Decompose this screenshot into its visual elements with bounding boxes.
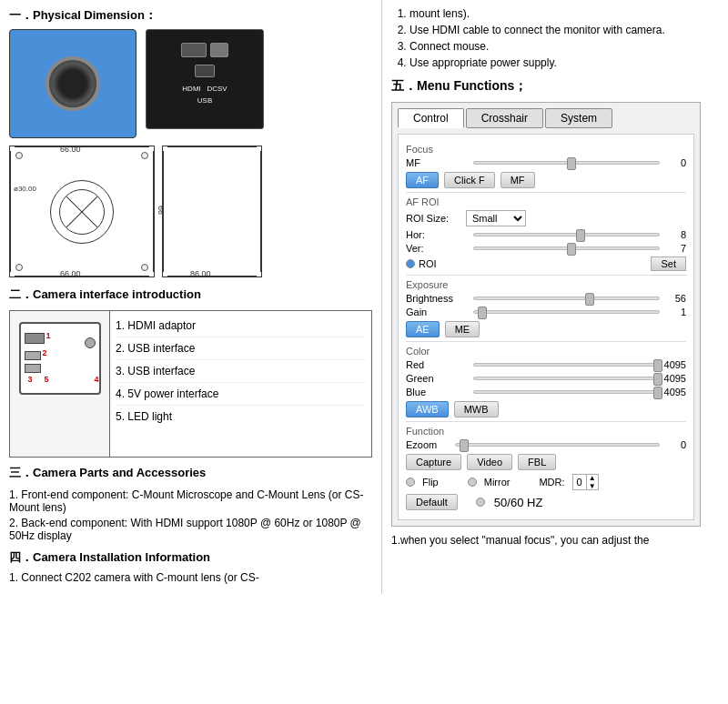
flip-radio[interactable] [406,478,415,487]
mf-slider-thumb[interactable] [567,157,576,170]
ver-slider-track[interactable] [473,246,660,250]
roi-size-label: ROI Size: [406,213,460,224]
camera-front-photo [9,29,136,138]
install-step-3: Connect mouse. [410,40,719,53]
label-2: 2 [43,348,47,357]
ver-label: Ver: [406,243,470,254]
function-group-label: Function [406,426,686,437]
mirror-radio[interactable] [468,478,477,487]
hor-label: Hor: [406,229,470,240]
flip-label: Flip [422,477,439,488]
power-port-photo [210,43,228,57]
blue-slider-track[interactable] [473,390,660,394]
red-slider-track[interactable] [473,363,660,367]
usb-port-photo [195,65,215,77]
install-step-2: Use HDMI cable to connect the monitor wi… [410,24,719,36]
brightness-slider-track[interactable] [473,297,660,300]
lens-circle-inner [59,189,105,235]
blue-slider-row: Blue 4095 [406,387,686,397]
green-slider-thumb[interactable] [653,373,662,386]
green-value: 4095 [663,373,686,384]
focus-group-label: Focus [406,144,686,155]
hz-radio[interactable] [476,498,485,507]
mf-slider-track[interactable] [473,161,660,165]
ver-slider-thumb[interactable] [567,243,576,256]
set-button[interactable]: Set [651,256,686,271]
dim-86: 86.00 [190,269,211,278]
capture-button[interactable]: Capture [406,454,461,470]
roi-radio-row: ROI Set [406,256,686,271]
mdr-text-label: MDR: [539,477,564,488]
install-step-1: mount lens). [410,7,719,20]
hor-slider-row: Hor: 8 [406,229,686,240]
default-button[interactable]: Default [406,494,458,510]
exposure-btn-row: AE ME [406,321,686,337]
interface-item-5: 5. LED light [116,406,366,427]
fbl-button[interactable]: FBL [518,454,556,470]
interface-list: 1. HDMI adaptor 2. USB interface 3. USB … [110,311,371,457]
install-text1: 1. Connect C202 camera with C-mount lens… [9,571,372,584]
color-group-label: Color [406,346,686,357]
me-button[interactable]: ME [445,321,480,337]
dim-phi30: ø30.00 [14,185,36,193]
roi-radio-label: ROI [419,258,437,269]
gain-slider-track[interactable] [473,310,660,314]
blue-slider-thumb[interactable] [653,387,662,399]
awb-button[interactable]: AWB [406,401,449,417]
tab-crosshair[interactable]: Crosshair [466,108,543,128]
roi-radio-dot[interactable] [406,259,415,268]
mdr-value: 0 [573,477,586,488]
ezoom-slider-thumb[interactable] [460,439,469,452]
menu-tabs[interactable]: Control Crosshair System [398,108,694,128]
section2-title: 二．Camera interface introduction [9,287,372,303]
color-btn-row: AWB MWB [406,401,686,417]
red-value: 4095 [663,359,686,370]
gain-value: 1 [663,307,686,317]
flip-mirror-mdr-row: Flip Mirror MDR: 0 ▲ ▼ [406,474,686,490]
mf-button[interactable]: MF [500,172,535,188]
parts-text2: 2. Back-end component: With HDMI support… [9,517,372,542]
clickf-button[interactable]: Click F [444,172,495,188]
interface-diagram: 1 2 3 4 5 [10,311,110,457]
hdmi-port-diagram [25,333,45,344]
bottom-note: 1.when you select "manual focus", you ca… [391,534,719,547]
red-slider-row: Red 4095 [406,359,686,370]
green-slider-row: Green 4095 [406,373,686,384]
hor-slider-track[interactable] [473,233,660,236]
brightness-label: Brightness [406,293,470,304]
brightness-slider-thumb[interactable] [585,293,594,306]
power-port-diagram [85,337,96,348]
parts-text1: 1. Front-end component: C-Mount Microsco… [9,488,372,514]
mdr-spinner[interactable]: 0 ▲ ▼ [572,474,599,490]
mf-value: 0 [663,157,686,168]
label-4: 4 [94,375,98,384]
install-content-left: 1. Connect C202 camera with C-mount lens… [9,571,372,584]
roi-size-select[interactable]: Small Medium Large [466,210,526,226]
tab-control[interactable]: Control [398,108,464,128]
video-button[interactable]: Video [467,454,512,470]
camera-photos: HDMI DCSV USB [9,29,372,138]
hz-label: 50/60 HZ [494,496,542,509]
ezoom-slider-track[interactable] [455,443,660,447]
mdr-up-arrow[interactable]: ▲ [587,474,598,482]
ae-button[interactable]: AE [406,321,440,337]
green-slider-track[interactable] [473,377,660,380]
brightness-slider-row: Brightness 56 [406,293,686,304]
mwb-button[interactable]: MWB [454,401,499,417]
focus-btn-row: AF Click F MF [406,172,686,188]
af-button[interactable]: AF [406,172,439,188]
mdr-arrows[interactable]: ▲ ▼ [586,474,598,490]
diagram-side: 86.00 [162,146,262,277]
gain-slider-thumb[interactable] [478,307,487,319]
camera-body-diagram: 1 2 3 4 5 [19,322,101,395]
red-slider-thumb[interactable] [653,359,662,372]
hor-slider-thumb[interactable] [576,229,585,242]
corner-hole-tr [141,152,148,159]
tab-system[interactable]: System [545,108,612,128]
brightness-value: 56 [663,293,686,304]
usb1-port-diagram [25,351,41,360]
ezoom-row: Ezoom 0 [406,439,686,450]
label-1: 1 [46,331,51,340]
mdr-down-arrow[interactable]: ▼ [587,482,598,490]
dim-66-bottom: 66.00 [60,269,81,278]
